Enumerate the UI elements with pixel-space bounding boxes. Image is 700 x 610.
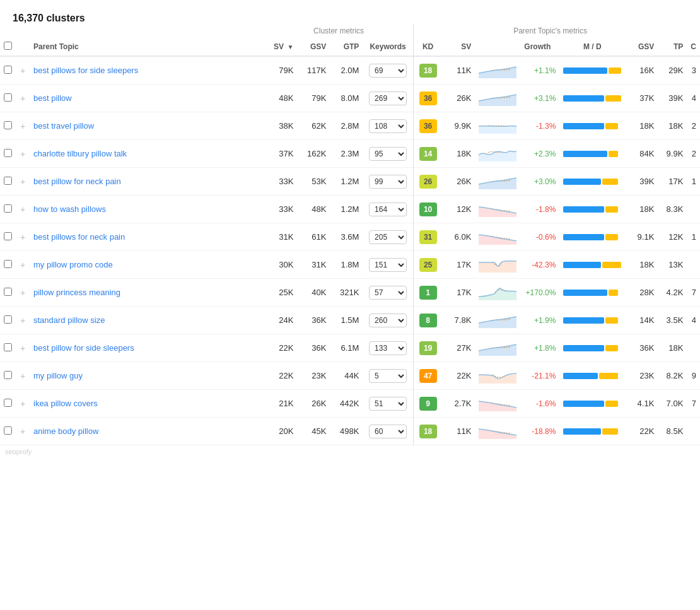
growth-value: +1.8% xyxy=(534,344,556,353)
row-expand-cell[interactable]: + xyxy=(16,223,30,251)
row-expand-cell[interactable]: + xyxy=(16,168,30,196)
row-expand-btn[interactable]: + xyxy=(20,232,25,242)
md-header[interactable]: M / D xyxy=(559,38,625,56)
row-expand-cell[interactable]: + xyxy=(16,362,30,390)
row-expand-cell[interactable]: + xyxy=(16,307,30,334)
topic-link[interactable]: anime body pillow xyxy=(33,426,98,436)
topic-link[interactable]: ikea pillow covers xyxy=(33,399,98,408)
row-checkbox[interactable] xyxy=(4,232,12,240)
topic-link[interactable]: best pillows for neck pain xyxy=(33,232,125,242)
row-checkbox[interactable] xyxy=(4,288,12,296)
row-expand-btn[interactable]: + xyxy=(20,204,25,214)
row-expand-btn[interactable]: + xyxy=(20,149,25,159)
select-all-header[interactable] xyxy=(0,38,16,56)
row-expand-btn[interactable]: + xyxy=(20,66,25,76)
row-checkbox[interactable] xyxy=(4,177,12,185)
row-expand-cell[interactable]: + xyxy=(16,112,30,140)
kd-header[interactable]: KD xyxy=(413,38,442,56)
md-bar-yellow xyxy=(609,290,618,296)
sv-cell: 79K xyxy=(264,56,297,85)
keywords-cell: 133 xyxy=(363,334,413,362)
row-checkbox[interactable] xyxy=(4,399,12,407)
kd-badge: 14 xyxy=(419,147,437,161)
md-cell xyxy=(559,140,625,168)
row-expand-btn[interactable]: + xyxy=(20,177,25,187)
row-expand-btn[interactable]: + xyxy=(20,93,25,103)
row-expand-cell[interactable]: + xyxy=(16,279,30,307)
keywords-select[interactable]: 205 xyxy=(369,230,407,244)
sparkline-cell xyxy=(475,279,520,307)
topic-link[interactable]: best pillows for side sleepers xyxy=(33,66,138,75)
keywords-select[interactable]: 151 xyxy=(369,258,407,272)
row-checkbox[interactable] xyxy=(4,93,12,102)
topic-link[interactable]: how to wash pillows xyxy=(33,204,106,214)
topic-link[interactable]: best pillow for neck pain xyxy=(33,177,121,186)
keywords-cell: 108 xyxy=(363,112,413,140)
row-expand-btn[interactable]: + xyxy=(20,260,25,270)
row-expand-btn[interactable]: + xyxy=(20,121,25,131)
keywords-select[interactable]: 57 xyxy=(369,286,407,300)
keywords-select[interactable]: 51 xyxy=(369,397,407,411)
keywords-select[interactable]: 269 xyxy=(369,91,407,105)
keywords-select[interactable]: 60 xyxy=(369,425,407,438)
topic-link[interactable]: my pillow promo code xyxy=(33,260,113,269)
md-bar-blue xyxy=(563,317,604,324)
row-checkbox[interactable] xyxy=(4,371,12,379)
kd-badge: 36 xyxy=(419,119,437,133)
topic-link[interactable]: best pillow for side sleepers xyxy=(33,343,134,353)
row-checkbox[interactable] xyxy=(4,121,12,129)
row-expand-btn[interactable]: + xyxy=(20,315,25,326)
sv-cell: 38K xyxy=(264,112,297,140)
row-expand-btn[interactable]: + xyxy=(20,426,25,437)
md-bar xyxy=(563,123,621,129)
row-expand-btn[interactable]: + xyxy=(20,288,25,298)
topic-link[interactable]: pillow princess meaning xyxy=(33,288,120,297)
md-bar-blue xyxy=(563,262,601,268)
pt-gsv-header[interactable]: GSV xyxy=(625,38,658,56)
row-checkbox[interactable] xyxy=(4,204,12,213)
row-expand-cell[interactable]: + xyxy=(16,140,30,168)
kd-badge: 25 xyxy=(419,258,437,272)
pt-sv-header[interactable]: SV xyxy=(442,38,475,56)
tp-cell: 17K xyxy=(658,168,687,196)
row-expand-btn[interactable]: + xyxy=(20,371,25,381)
row-checkbox[interactable] xyxy=(4,149,12,157)
gtp-header[interactable]: GTP xyxy=(330,38,363,56)
keywords-select[interactable]: 95 xyxy=(369,147,407,161)
row-checkbox[interactable] xyxy=(4,66,12,74)
keywords-header[interactable]: Keywords xyxy=(363,38,413,56)
keywords-select[interactable]: 260 xyxy=(369,314,407,327)
md-bar xyxy=(563,401,621,407)
keywords-select[interactable]: 99 xyxy=(369,175,407,189)
row-expand-cell[interactable]: + xyxy=(16,418,30,445)
row-expand-btn[interactable]: + xyxy=(20,399,25,409)
row-expand-cell[interactable]: + xyxy=(16,251,30,279)
topic-link[interactable]: my pillow guy xyxy=(33,371,83,380)
keywords-select[interactable]: 164 xyxy=(369,202,407,216)
row-expand-btn[interactable]: + xyxy=(20,343,25,353)
topic-link[interactable]: best travel pillow xyxy=(33,121,94,131)
row-expand-cell[interactable]: + xyxy=(16,85,30,112)
row-checkbox[interactable] xyxy=(4,315,12,324)
topic-link[interactable]: charlotte tilbury pillow talk xyxy=(33,149,127,158)
topic-link[interactable]: standard pillow size xyxy=(33,315,105,325)
growth-pct-header[interactable]: Growth xyxy=(520,38,559,56)
select-all-checkbox[interactable] xyxy=(4,42,12,50)
row-checkbox[interactable] xyxy=(4,343,12,351)
row-expand-cell[interactable]: + xyxy=(16,390,30,418)
sv-header[interactable]: SV ▼ xyxy=(264,38,297,56)
gsv-header[interactable]: GSV xyxy=(297,38,330,56)
keywords-select[interactable]: 5 xyxy=(369,369,407,383)
tp-cell: 8.2K xyxy=(658,362,687,390)
topic-link[interactable]: best pillow xyxy=(33,93,72,103)
keywords-select[interactable]: 69 xyxy=(369,64,407,78)
row-checkbox[interactable] xyxy=(4,426,12,435)
extra-cell xyxy=(687,418,700,445)
row-expand-cell[interactable]: + xyxy=(16,334,30,362)
row-checkbox[interactable] xyxy=(4,260,12,268)
row-expand-cell[interactable]: + xyxy=(16,196,30,223)
row-expand-cell[interactable]: + xyxy=(16,56,30,85)
keywords-select[interactable]: 108 xyxy=(369,119,407,133)
tp-header[interactable]: TP xyxy=(658,38,687,56)
keywords-select[interactable]: 133 xyxy=(369,341,407,355)
